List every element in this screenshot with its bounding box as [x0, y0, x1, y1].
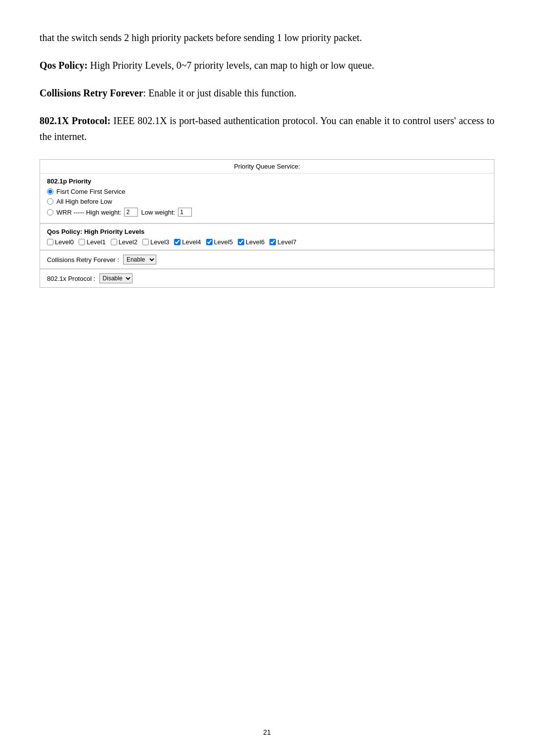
checkbox-levels-row: Level0 Level1 Level2 Level3 Level4	[47, 238, 487, 246]
protocol-label: 802.1X Protocol:	[40, 115, 111, 126]
level3-label: Level3	[150, 238, 169, 246]
level0-checkbox[interactable]	[47, 239, 53, 245]
protocol-row: 802.1x Protocol : Disable Enable	[47, 273, 487, 283]
level1-item[interactable]: Level1	[79, 238, 105, 246]
collisions-text: : Enable it or just disable this functio…	[143, 88, 297, 98]
level7-item[interactable]: Level7	[269, 238, 296, 246]
level6-label: Level6	[246, 238, 265, 246]
level2-label: Level2	[119, 238, 137, 246]
level5-checkbox[interactable]	[206, 239, 213, 245]
level2-item[interactable]: Level2	[111, 238, 137, 246]
level6-checkbox[interactable]	[238, 239, 244, 245]
qos-label: Qos Policy:	[40, 60, 88, 71]
page-number-text: 21	[263, 728, 271, 736]
level4-checkbox[interactable]	[174, 239, 180, 245]
intro-paragraph: that the switch sends 2 high priority pa…	[40, 30, 494, 45]
panel-title-text: Priority Queue Service:	[234, 163, 300, 170]
level0-label: Level0	[55, 238, 74, 246]
level4-label: Level4	[182, 238, 201, 246]
wrr-low-label: Low weight:	[141, 209, 175, 216]
radio-wrr-input[interactable]	[47, 209, 53, 216]
collisions-select[interactable]: Enable Disable	[123, 255, 156, 265]
section-collisions: Collisions Retry Forever : Enable Disabl…	[40, 250, 494, 268]
radio2-label: All High before Low	[56, 198, 112, 205]
level4-item[interactable]: Level4	[174, 238, 201, 246]
section-protocol: 802.1x Protocol : Disable Enable	[40, 269, 494, 287]
section-qos-policy: Qos Policy: High Priority Levels Level0 …	[40, 223, 494, 250]
level0-item[interactable]: Level0	[47, 238, 74, 246]
collisions-row-label: Collisions Retry Forever :	[47, 256, 119, 264]
wrr-label: WRR ----- High weight:	[56, 209, 121, 216]
qos-text: High Priority Levels, 0~7 priority level…	[88, 60, 374, 71]
page-number: 21	[40, 728, 494, 736]
priority-queue-panel: Priority Queue Service: 802.1p Priority …	[40, 159, 494, 288]
collisions-label: Collisions Retry Forever	[40, 88, 143, 98]
level3-item[interactable]: Level3	[142, 238, 169, 246]
page-content: that the switch sends 2 high priority pa…	[0, 0, 534, 332]
section-802-1p: 802.1p Priority Fisrt Come First Service…	[40, 173, 494, 223]
intro-text: that the switch sends 2 high priority pa…	[40, 32, 362, 43]
section2-header: Qos Policy: High Priority Levels	[47, 228, 487, 235]
wrr-low-input[interactable]	[178, 208, 192, 217]
protocol-paragraph: 802.1X Protocol: IEEE 802.1X is port-bas…	[40, 113, 494, 144]
wrr-high-input[interactable]	[124, 208, 138, 217]
level2-checkbox[interactable]	[111, 239, 117, 245]
level3-checkbox[interactable]	[142, 239, 149, 245]
level6-item[interactable]: Level6	[238, 238, 265, 246]
protocol-row-label: 802.1x Protocol :	[47, 275, 95, 282]
radio-first-come-input[interactable]	[47, 188, 53, 195]
section1-header: 802.1p Priority	[47, 178, 487, 185]
collisions-row: Collisions Retry Forever : Enable Disabl…	[47, 255, 487, 265]
radio1-label: Fisrt Come First Service	[56, 188, 125, 195]
protocol-select[interactable]: Disable Enable	[99, 273, 133, 283]
level5-label: Level5	[214, 238, 233, 246]
level5-item[interactable]: Level5	[206, 238, 233, 246]
radio-all-high-input[interactable]	[47, 198, 53, 205]
radio-wrr[interactable]: WRR ----- High weight: Low weight:	[47, 208, 487, 217]
radio-first-come[interactable]: Fisrt Come First Service	[47, 188, 487, 195]
qos-paragraph: Qos Policy: High Priority Levels, 0~7 pr…	[40, 57, 494, 73]
panel-title: Priority Queue Service:	[40, 160, 494, 173]
level7-checkbox[interactable]	[269, 239, 276, 245]
level1-checkbox[interactable]	[79, 239, 85, 245]
level1-label: Level1	[87, 238, 105, 246]
radio-all-high[interactable]: All High before Low	[47, 198, 487, 205]
collisions-paragraph: Collisions Retry Forever: Enable it or j…	[40, 85, 494, 101]
level7-label: Level7	[277, 238, 296, 246]
